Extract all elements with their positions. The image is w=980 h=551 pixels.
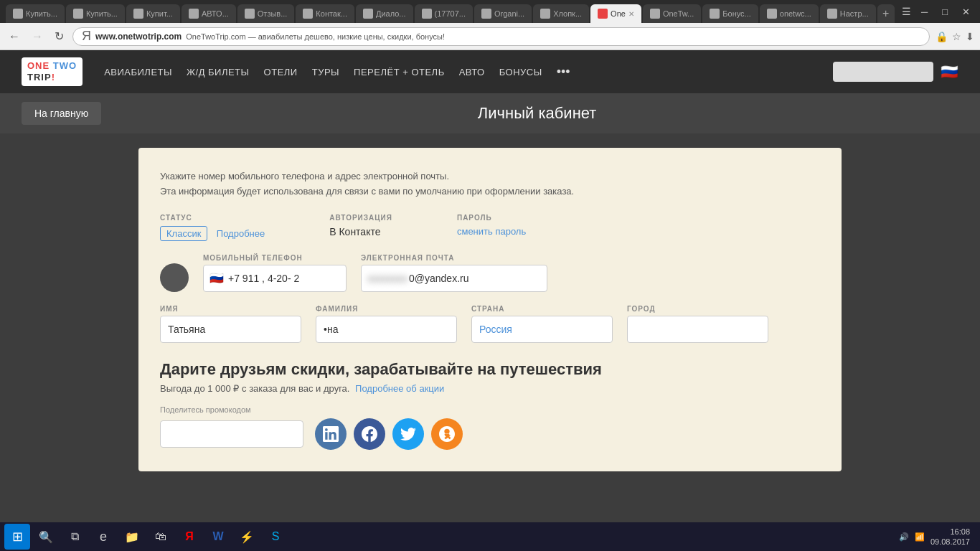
nav-oteli[interactable]: ОТЕЛИ	[264, 67, 298, 77]
task-view-button[interactable]: ⧉	[62, 524, 88, 550]
email-label: ЭЛЕКТРОННАЯ ПОЧТА	[361, 254, 547, 262]
tab-kontakt[interactable]: Контак...	[296, 4, 354, 23]
tab-icon	[363, 9, 373, 19]
referral-subtitle: Выгода до 1 000 ₽ с заказа для вас и дру…	[160, 383, 820, 394]
close-button[interactable]: ✕	[958, 5, 974, 19]
user-info[interactable]	[833, 62, 933, 82]
social-icons	[315, 418, 463, 450]
tab-mail[interactable]: (17707...	[415, 4, 473, 23]
tab-label: Диало...	[376, 9, 406, 18]
phone-label: МОБИЛЬНЫЙ ТЕЛЕФОН	[203, 254, 347, 262]
email-partial-value: 0@yandex.ru	[409, 273, 468, 284]
tab-icon	[598, 9, 608, 19]
download-icon[interactable]: ⬇	[966, 31, 974, 42]
nav-perelet-otel[interactable]: ПЕРЕЛЁТ + ОТЕЛЬ	[354, 67, 445, 77]
tab-icon	[540, 9, 550, 19]
share-vk-button[interactable]	[315, 418, 347, 450]
tab-otzyv[interactable]: Отзыв...	[237, 4, 295, 23]
home-button[interactable]: На главную	[22, 102, 101, 125]
phone-input[interactable]: 🇷🇺 +7 911 , 4-20- 2	[203, 265, 347, 292]
reload-button[interactable]: ↻	[52, 28, 67, 44]
tab-one-active[interactable]: One ✕	[590, 4, 641, 23]
address-field[interactable]: Я www.onetwotrip.com OneTwoTrip.com — ав…	[72, 27, 930, 46]
tab-icon	[710, 9, 720, 19]
tab-icon	[245, 9, 255, 19]
page-title: Личный кабинет	[116, 104, 958, 123]
main-content: Укажите номер мобильного телефона и адре…	[0, 133, 980, 550]
promo-input[interactable]	[160, 420, 303, 448]
site-header: ONE TWO TRIP! АВИАБИЛЕТЫ Ж/Д БИЛЕТЫ ОТЕЛ…	[0, 50, 980, 93]
menu-icon[interactable]: ☰	[902, 6, 911, 17]
referral-details-link[interactable]: Подробнее об акции	[355, 383, 444, 394]
site-logo[interactable]: ONE TWO TRIP!	[22, 57, 83, 85]
taskbar-network-icon[interactable]: 📶	[915, 532, 925, 542]
email-input[interactable]: xxxxxxxx 0@yandex.ru	[361, 265, 547, 292]
search-taskbar-button[interactable]: 🔍	[33, 524, 59, 550]
tab-bonus[interactable]: Бонус...	[702, 4, 758, 23]
back-button[interactable]: ←	[6, 29, 23, 44]
referral-row	[160, 418, 820, 450]
store-button[interactable]: 🛍	[148, 524, 174, 550]
explorer-button[interactable]: 📁	[119, 524, 145, 550]
share-label: Поделитесь промокодом	[160, 405, 820, 414]
country-input[interactable]	[471, 316, 613, 343]
lastname-input[interactable]	[316, 316, 457, 343]
tab-label: Купит...	[146, 9, 173, 18]
status-label: СТАТУС	[160, 214, 265, 222]
unknown-app-button[interactable]: ⚡	[234, 524, 260, 550]
name-input[interactable]	[160, 316, 301, 343]
yandex-browser-button[interactable]: Я	[176, 524, 202, 550]
nav-tury[interactable]: ТУРЫ	[312, 67, 339, 77]
tab-label: Купить...	[26, 9, 57, 18]
minimize-button[interactable]: ─	[917, 5, 932, 19]
skype-button[interactable]: S	[263, 524, 288, 550]
tab-kupiti-3[interactable]: Купит...	[126, 4, 180, 23]
tab-add[interactable]: +	[877, 4, 895, 23]
tab-label: onetwc...	[780, 9, 811, 18]
russia-flag-icon[interactable]: 🇷🇺	[941, 63, 958, 80]
tab-icon	[650, 9, 660, 19]
tab-avto[interactable]: АВТО...	[182, 4, 236, 23]
lastname-field-wrap: ФАМИЛИЯ	[316, 305, 457, 343]
taskbar: ⊞ 🔍 ⧉ e 📁 🛍 Я W ⚡ S 🔊 📶 16:08 09.08.2017	[0, 522, 980, 551]
tab-label: Контак...	[316, 9, 347, 18]
name-field-wrap: ИМЯ	[160, 305, 301, 343]
maximize-button[interactable]: □	[938, 5, 952, 19]
tab-dialog[interactable]: Диало...	[356, 4, 413, 23]
tab-kupiti-2[interactable]: Купить...	[66, 4, 125, 23]
tab-organi[interactable]: Organi...	[474, 4, 532, 23]
nav-bonusy[interactable]: БОНУСЫ	[499, 67, 542, 77]
lastname-label: ФАМИЛИЯ	[316, 305, 457, 313]
share-odnoklassniki-button[interactable]	[431, 418, 463, 450]
change-password-link[interactable]: сменить пароль	[457, 226, 526, 237]
tab-label: Хлопк...	[553, 9, 582, 18]
tab-close-icon[interactable]: ✕	[628, 10, 634, 18]
tab-icon	[481, 9, 491, 19]
share-facebook-button[interactable]	[354, 418, 385, 450]
nav-avto[interactable]: АВТО	[459, 67, 485, 77]
nav-zhd[interactable]: Ж/Д БИЛЕТЫ	[187, 67, 250, 77]
forward-button[interactable]: →	[29, 29, 46, 44]
status-details-link[interactable]: Подробнее	[217, 228, 265, 239]
password-label: ПАРОЛЬ	[457, 214, 526, 222]
share-twitter-button[interactable]	[392, 418, 424, 450]
nav-aviabilety[interactable]: АВИАБИЛЕТЫ	[104, 67, 172, 77]
tab-icon	[133, 9, 143, 19]
nav-more-icon[interactable]: •••	[557, 65, 570, 80]
name-row: ИМЯ ФАМИЛИЯ СТРАНА ГОРОД	[160, 305, 820, 343]
tab-onetwc[interactable]: onetwc...	[760, 4, 819, 23]
address-domain: www.onetwotrip.com	[95, 32, 182, 42]
tab-onetwo[interactable]: OneTw...	[643, 4, 701, 23]
addressbar-right: 🔒 ☆ ⬇	[936, 31, 974, 42]
start-button[interactable]: ⊞	[4, 524, 30, 550]
tab-kupiti-1[interactable]: Купить...	[6, 4, 65, 23]
word-button[interactable]: W	[205, 524, 231, 550]
edge-button[interactable]: e	[90, 524, 116, 550]
tab-khlopok[interactable]: Хлопк...	[533, 4, 589, 23]
country-label: СТРАНА	[471, 305, 613, 313]
tab-label: Organi...	[494, 9, 524, 18]
tab-settings[interactable]: Настр...	[820, 4, 876, 23]
bookmark-star-icon[interactable]: ☆	[952, 31, 961, 42]
taskbar-volume-icon[interactable]: 🔊	[899, 532, 909, 542]
city-input[interactable]	[627, 316, 768, 343]
